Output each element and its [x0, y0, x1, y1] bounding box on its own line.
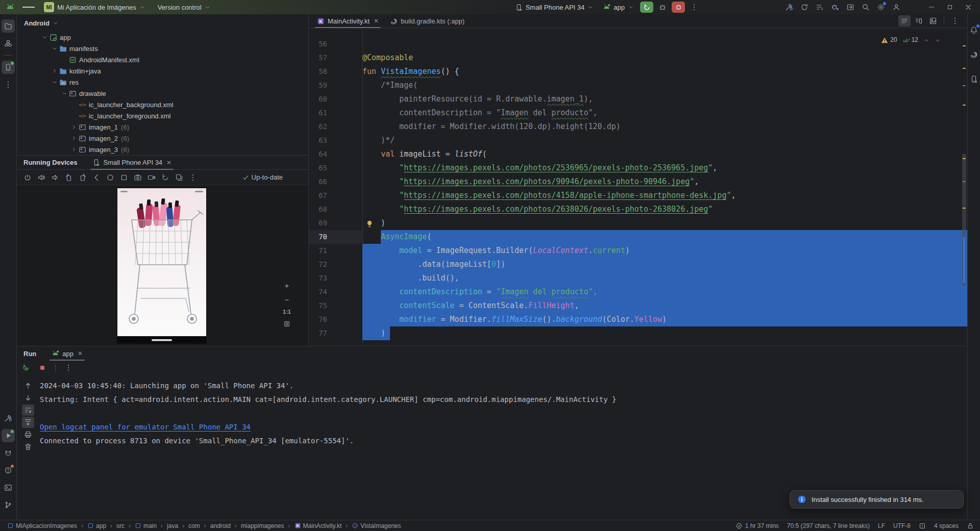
code-line-61[interactable]: 61 contentDescription = "Imagen del prod… [309, 106, 967, 120]
arrow-down-button[interactable] [22, 392, 34, 403]
rotate-right-button[interactable] [77, 172, 88, 183]
breadcrumb-item[interactable]: KMainActivity.kt [293, 522, 343, 529]
printer-button[interactable] [22, 429, 34, 440]
rerun-button[interactable] [20, 362, 32, 373]
main-menu-icon[interactable] [22, 1, 35, 13]
code-line-62[interactable]: 62 modifier = Modifier.width(120.dp).hei… [309, 120, 967, 134]
code-view-button[interactable] [898, 15, 911, 27]
status-widget[interactable] [967, 522, 974, 529]
screenshot-button[interactable] [132, 172, 143, 183]
stop-app-button[interactable] [672, 2, 685, 13]
breadcrumb-item[interactable]: android [209, 522, 232, 529]
git-branch-button[interactable] [2, 498, 15, 512]
tree-item[interactable]: res [17, 77, 308, 88]
breadcrumb-item[interactable]: com [187, 522, 201, 529]
code-line-66[interactable]: 66 "https://images.pexels.com/photos/909… [309, 175, 967, 189]
project-view-selector[interactable]: Android [24, 19, 50, 27]
scroll-to-end-button[interactable] [22, 417, 34, 428]
stop-button[interactable] [36, 362, 48, 373]
clear-trash-button[interactable] [22, 441, 34, 452]
run-configuration-selector[interactable]: app [600, 2, 637, 13]
breadcrumb-item[interactable]: src [115, 522, 126, 529]
breadcrumb-item[interactable]: java [166, 522, 179, 529]
settings-button[interactable] [875, 1, 887, 13]
code-line-67[interactable]: 67 "https://images.pexels.com/photos/415… [309, 189, 967, 203]
arrow-up-button[interactable] [22, 380, 34, 391]
design-view-button[interactable] [927, 15, 939, 27]
close-icon[interactable]: ✕ [78, 350, 83, 357]
code-line-65[interactable]: 65 "https://images.pexels.com/photos/253… [309, 161, 967, 175]
snapshots-button[interactable] [174, 172, 185, 183]
status-widget[interactable]: 4 spaces [934, 522, 959, 529]
tree-item[interactable]: app [17, 32, 308, 43]
attach-debugger-button[interactable] [844, 1, 856, 13]
code-line-64[interactable]: 64 val imageList = listOf( [309, 147, 967, 161]
code-line-74[interactable]: 74 contentDescription = "Imagen del prod… [309, 285, 967, 299]
close-icon[interactable]: ✕ [374, 17, 379, 24]
warnings-count[interactable]: 20 [881, 33, 897, 47]
editor-tab-mainactivity[interactable]: K MainActivity.kt ✕ [315, 14, 381, 28]
reset-button[interactable] [160, 172, 171, 183]
editor-tab-build-gradle[interactable]: build.gradle.kts (:app) [388, 14, 467, 28]
power-button[interactable] [22, 172, 33, 183]
code-line-68[interactable]: 68 "https://images.pexels.com/photos/263… [309, 203, 967, 216]
account-button[interactable] [890, 1, 902, 13]
tree-item[interactable]: drawable [17, 88, 308, 99]
project-folder-button[interactable] [2, 19, 15, 33]
tree-item[interactable]: manifests [17, 43, 308, 54]
close-icon[interactable]: ✕ [166, 159, 172, 166]
zoom-in-button[interactable]: + [282, 280, 292, 290]
code-line-57[interactable]: 57@Composable [309, 51, 967, 65]
sync-project-button[interactable] [798, 1, 811, 13]
debug-button[interactable] [656, 1, 669, 13]
status-widget[interactable]: UTF-8 [893, 522, 911, 529]
problems-button[interactable] [2, 464, 15, 477]
more-actions-icon[interactable] [688, 1, 700, 13]
breadcrumb-item[interactable]: miappimagenes [240, 522, 285, 529]
code-line-72[interactable]: 72 .data(imageList[0]) [309, 258, 967, 271]
code-line-58[interactable]: 58fun VistaImagenes() { [309, 65, 967, 79]
code-line-69[interactable]: 69 ) [309, 216, 967, 230]
tree-item[interactable]: imagen_1(6) [17, 121, 308, 133]
soft-wrap-button[interactable] [22, 404, 34, 416]
code-line-73[interactable]: 73 .build(), [309, 271, 967, 285]
structure-button[interactable] [2, 37, 15, 50]
status-widget[interactable]: LF [878, 522, 885, 529]
vcs-selector[interactable]: Version control [155, 2, 214, 13]
next-problem-icon[interactable] [935, 37, 941, 43]
code-line-70[interactable]: 70 AsyncImage( [309, 230, 967, 244]
home-button[interactable] [105, 172, 116, 183]
more-tool-windows-button[interactable] [2, 78, 15, 91]
terminal-button[interactable] [2, 481, 15, 494]
logcat-cat-button[interactable] [2, 446, 15, 460]
emulator-tab[interactable]: Small Phone API 34 ✕ [90, 156, 174, 170]
tree-item[interactable]: imagen_2(6) [17, 133, 308, 144]
device-selector[interactable]: Small Phone API 34 [512, 2, 597, 13]
open-logcat-link[interactable]: Open logcat panel for emulator Small Pho… [40, 423, 251, 431]
rerun-app-button[interactable] [640, 2, 653, 13]
device-phone-button[interactable] [967, 72, 980, 86]
breadcrumb-item[interactable]: fVistaImagenes [351, 522, 402, 529]
status-widget[interactable]: 1 hr 37 mins [736, 522, 779, 529]
breadcrumb-item[interactable]: MiAplicacionImagenes [6, 522, 78, 529]
rotate-left-button[interactable] [63, 172, 75, 183]
project-selector[interactable]: MI Mi Aplicación de Imágenes [41, 1, 149, 14]
back-button[interactable] [91, 172, 102, 183]
overview-button[interactable] [118, 172, 130, 183]
status-widget[interactable] [919, 522, 926, 529]
code-line-76[interactable]: 76 modifier = Modifier.fillMaxSize().bac… [309, 313, 967, 326]
running-devices-phone-button[interactable] [2, 61, 15, 74]
code-line-63[interactable]: 63 )*/ [309, 134, 967, 147]
emulator-screen-image[interactable] [117, 188, 206, 343]
intention-bulb-icon[interactable] [365, 219, 374, 233]
split-view-button[interactable] [913, 15, 925, 27]
zoom-out-button[interactable]: − [282, 294, 292, 305]
build-variants-button[interactable]: 5 [814, 1, 826, 13]
run-more-icon[interactable] [62, 362, 75, 373]
editor-scrollbar[interactable] [961, 28, 967, 346]
profiler-button[interactable] [829, 1, 841, 13]
volume-down-button[interactable] [50, 172, 61, 183]
tree-item[interactable]: </>ic_launcher_foreground.xml [17, 110, 308, 121]
code-line-59[interactable]: 59 /*Image( [309, 79, 967, 92]
screen-record-button[interactable] [146, 172, 157, 183]
